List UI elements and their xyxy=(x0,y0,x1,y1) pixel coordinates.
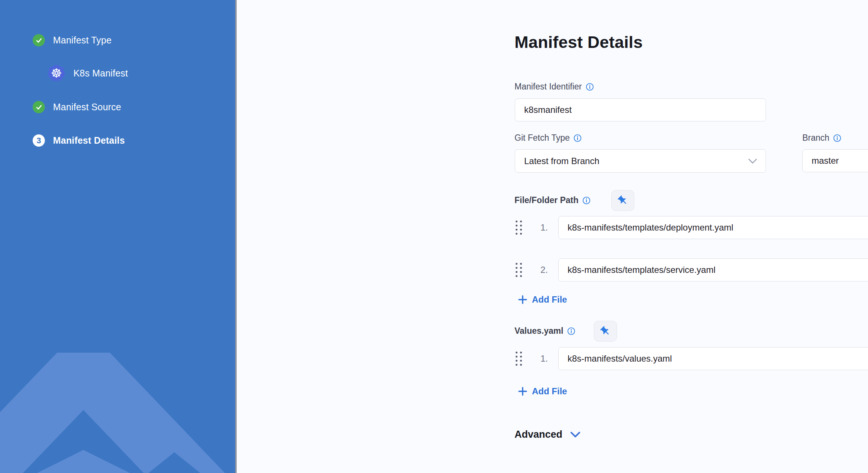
chevron-down-icon xyxy=(570,431,581,438)
git-fetch-type-label: Git Fetch Type xyxy=(514,133,582,143)
pushpin-icon[interactable] xyxy=(611,190,634,211)
sidebar-step-manifest-details[interactable]: 3 Manifest Details xyxy=(33,134,125,147)
values-yaml-label: Values.yaml xyxy=(514,326,575,336)
sidebar-step-manifest-source[interactable]: Manifest Source xyxy=(33,101,121,113)
file-path-input[interactable] xyxy=(558,216,868,239)
drag-handle-icon[interactable] xyxy=(516,263,522,277)
step-label: Manifest Type xyxy=(53,35,112,46)
row-number: 1. xyxy=(535,353,548,364)
manifest-details-panel: Manifest Details Manifest Identifier Git… xyxy=(237,0,868,473)
harness-logo-watermark xyxy=(0,353,235,473)
drag-handle-icon[interactable] xyxy=(516,221,522,235)
values-path-row: 1. xyxy=(516,347,868,370)
info-icon[interactable] xyxy=(586,83,594,91)
page-title: Manifest Details xyxy=(514,33,643,52)
step-label: Manifest Details xyxy=(53,135,125,146)
check-circle-icon xyxy=(33,101,45,113)
branch-input-group xyxy=(802,149,868,172)
check-circle-icon xyxy=(33,34,45,46)
file-path-input[interactable] xyxy=(558,258,868,281)
chevron-down-icon xyxy=(748,156,757,166)
step-number-badge: 3 xyxy=(33,134,45,147)
manifest-type-label: K8s Manifest xyxy=(73,68,128,79)
info-icon[interactable] xyxy=(582,196,591,205)
file-folder-path-label: File/Folder Path xyxy=(514,195,591,205)
git-fetch-type-select[interactable]: Latest from Branch xyxy=(515,149,766,173)
plus-icon xyxy=(518,295,527,304)
info-icon[interactable] xyxy=(833,134,841,142)
sidebar-step-manifest-type[interactable]: Manifest Type xyxy=(33,34,112,46)
plus-icon xyxy=(518,386,527,396)
file-path-row: 1. xyxy=(516,216,868,239)
add-file-button[interactable]: Add File xyxy=(518,294,567,305)
manifest-identifier-input[interactable] xyxy=(515,98,766,121)
wizard-sidebar: Manifest Type ☸ K8s Manifest Manifest So… xyxy=(0,0,235,473)
kubernetes-wheel-icon: ☸ xyxy=(47,65,65,82)
file-path-input-group xyxy=(558,258,868,281)
info-icon[interactable] xyxy=(573,134,582,142)
manifest-details-dialog: Manifest Type ☸ K8s Manifest Manifest So… xyxy=(0,0,868,473)
step-label: Manifest Source xyxy=(53,102,121,112)
file-path-row: 2. xyxy=(516,258,868,281)
row-number: 1. xyxy=(535,222,548,233)
sidebar-item-k8s-manifest[interactable]: ☸ K8s Manifest xyxy=(47,65,128,82)
drag-handle-icon[interactable] xyxy=(516,352,522,366)
row-number: 2. xyxy=(535,265,548,275)
manifest-identifier-label: Manifest Identifier xyxy=(514,82,594,92)
add-file-button[interactable]: Add File xyxy=(518,386,567,397)
branch-label: Branch xyxy=(802,133,841,143)
values-path-input[interactable] xyxy=(558,347,868,370)
values-path-input-group xyxy=(558,347,868,370)
git-fetch-type-value: Latest from Branch xyxy=(524,156,599,166)
branch-input[interactable] xyxy=(802,149,868,172)
pushpin-icon[interactable] xyxy=(594,321,617,342)
advanced-label: Advanced xyxy=(514,429,562,440)
file-path-input-group xyxy=(558,216,868,239)
info-icon[interactable] xyxy=(567,327,575,335)
advanced-toggle[interactable]: Advanced xyxy=(514,429,581,440)
